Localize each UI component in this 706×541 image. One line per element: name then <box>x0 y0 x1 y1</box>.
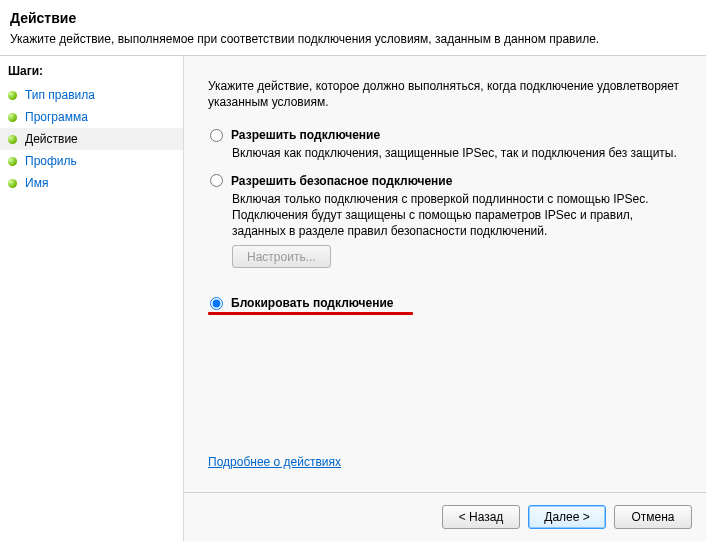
radio-block[interactable] <box>210 297 223 310</box>
step-profile[interactable]: Профиль <box>0 150 183 172</box>
step-label: Действие <box>25 132 78 146</box>
option-allow-row[interactable]: Разрешить подключение <box>208 128 682 142</box>
option-allow-secure-desc: Включая только подключения с проверкой п… <box>232 191 682 240</box>
step-name[interactable]: Имя <box>0 172 183 194</box>
option-allow-secure-label: Разрешить безопасное подключение <box>231 174 452 188</box>
step-bullet-icon <box>8 113 17 122</box>
step-bullet-icon <box>8 91 17 100</box>
back-button[interactable]: < Назад <box>442 505 520 529</box>
option-allow-label: Разрешить подключение <box>231 128 380 142</box>
step-label: Профиль <box>25 154 77 168</box>
instruction-text: Укажите действие, которое должно выполня… <box>208 78 682 110</box>
option-allow-desc: Включая как подключения, защищенные IPSe… <box>232 145 682 161</box>
step-bullet-icon <box>8 157 17 166</box>
step-action[interactable]: Действие <box>0 128 183 150</box>
option-block: Блокировать подключение <box>208 296 682 315</box>
radio-allow-secure[interactable] <box>210 174 223 187</box>
configure-button: Настроить... <box>232 245 331 268</box>
step-label: Имя <box>25 176 48 190</box>
next-button[interactable]: Далее > <box>528 505 606 529</box>
step-program[interactable]: Программа <box>0 106 183 128</box>
highlight-underline <box>208 312 413 315</box>
step-bullet-icon <box>8 179 17 188</box>
radio-allow[interactable] <box>210 129 223 142</box>
steps-sidebar: Шаги: Тип правила Программа Действие Про… <box>0 56 184 541</box>
page-subtitle: Укажите действие, выполняемое при соотве… <box>10 32 696 46</box>
learn-more-wrap: Подробнее о действиях <box>208 455 341 469</box>
step-label: Тип правила <box>25 88 95 102</box>
steps-heading: Шаги: <box>0 62 183 84</box>
main-panel: Укажите действие, которое должно выполня… <box>184 56 706 541</box>
option-allow-secure: Разрешить безопасное подключение Включая… <box>208 174 682 269</box>
option-block-row[interactable]: Блокировать подключение <box>208 296 682 310</box>
learn-more-link[interactable]: Подробнее о действиях <box>208 455 341 469</box>
option-block-label: Блокировать подключение <box>231 296 394 310</box>
wizard-body: Шаги: Тип правила Программа Действие Про… <box>0 55 706 541</box>
option-allow: Разрешить подключение Включая как подклю… <box>208 128 682 161</box>
wizard-footer: < Назад Далее > Отмена <box>442 505 692 529</box>
page-title: Действие <box>10 10 696 26</box>
step-bullet-icon <box>8 135 17 144</box>
option-allow-secure-row[interactable]: Разрешить безопасное подключение <box>208 174 682 188</box>
step-rule-type[interactable]: Тип правила <box>0 84 183 106</box>
step-label: Программа <box>25 110 88 124</box>
footer-separator <box>184 492 706 493</box>
cancel-button[interactable]: Отмена <box>614 505 692 529</box>
wizard-header: Действие Укажите действие, выполняемое п… <box>0 0 706 54</box>
